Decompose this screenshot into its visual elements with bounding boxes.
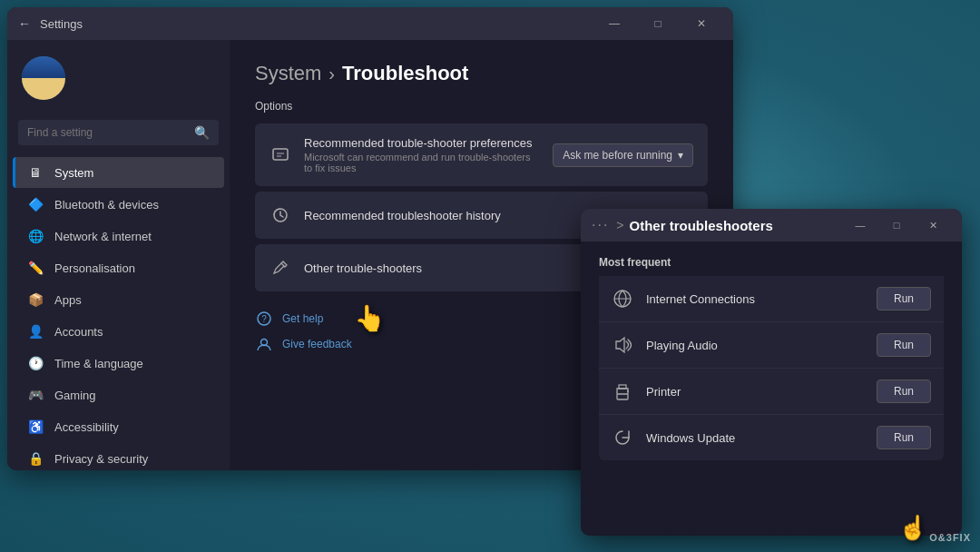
accounts-icon: 👤: [27, 323, 44, 340]
close-button[interactable]: ✕: [681, 7, 722, 40]
printer-icon: [612, 380, 633, 402]
sidebar-item-system[interactable]: 🖥 System: [13, 157, 224, 188]
tw-breadcrumb-sep: >: [616, 218, 623, 232]
sidebar-item-gaming[interactable]: 🎮 Gaming: [13, 380, 224, 410]
audio-icon: [612, 334, 633, 356]
recommended-prefs-icon: [270, 144, 291, 166]
dropdown-label: Ask me before running: [563, 149, 672, 162]
sidebar-item-label: Personalisation: [54, 261, 135, 275]
other-troubleshooters-icon: [270, 257, 291, 279]
system-icon: 🖥: [27, 164, 44, 181]
bluetooth-icon: 🔷: [27, 196, 44, 212]
user-profile: [7, 47, 230, 109]
dropdown-chevron-icon: ▾: [678, 149, 683, 162]
back-button[interactable]: ←: [18, 16, 31, 31]
breadcrumb-current: Troubleshoot: [342, 62, 468, 85]
sidebar-item-network[interactable]: 🌐 Network & internet: [13, 221, 224, 251]
gaming-icon: 🎮: [27, 387, 44, 403]
section-label: Options: [255, 100, 708, 113]
tw-maximize-button[interactable]: □: [878, 209, 915, 242]
sidebar-nav: 🖥 System 🔷 Bluetooth & devices 🌐 Network…: [7, 156, 230, 470]
get-help-icon: ?: [255, 310, 273, 328]
recommended-prefs-desc: Microsoft can recommend and run trouble-…: [304, 152, 540, 173]
tw-breadcrumb: > Other troubleshooters: [616, 218, 842, 233]
title-bar: ← Settings — □ ✕: [7, 7, 733, 40]
breadcrumb: System › Troubleshoot: [255, 62, 708, 85]
sidebar-item-label: Gaming: [54, 389, 96, 402]
tw-title-bar: ··· > Other troubleshooters — □ ✕: [581, 209, 962, 242]
windows-update-label: Windows Update: [646, 431, 864, 445]
tw-title: Other troubleshooters: [630, 218, 773, 233]
svg-rect-0: [273, 149, 288, 160]
search-icon[interactable]: 🔍: [194, 125, 210, 140]
sidebar-item-accounts[interactable]: 👤 Accounts: [13, 316, 224, 347]
avatar: [22, 56, 65, 100]
sidebar-item-label: Accessibility: [54, 420, 119, 434]
window-controls: — □ ✕: [593, 7, 722, 40]
recommended-history-icon: [270, 204, 291, 226]
time-icon: 🕐: [27, 355, 44, 371]
search-box[interactable]: 🔍: [18, 120, 219, 145]
internet-icon: [612, 288, 633, 310]
sidebar-item-bluetooth[interactable]: 🔷 Bluetooth & devices: [13, 189, 224, 220]
minimize-button[interactable]: —: [593, 7, 635, 40]
tw-item-internet: Internet Connections Run: [599, 276, 944, 322]
troubleshooters-window: ··· > Other troubleshooters — □ ✕ Most f…: [581, 209, 962, 536]
recommended-prefs-text: Recommended trouble-shooter preferences …: [304, 136, 540, 173]
search-input[interactable]: [27, 126, 187, 139]
svg-marker-6: [616, 338, 624, 352]
audio-run-button[interactable]: Run: [877, 333, 931, 357]
svg-text:?: ?: [261, 314, 267, 324]
accessibility-icon: ♿: [27, 419, 44, 435]
get-help-label: Get help: [282, 312, 323, 325]
svg-rect-7: [617, 394, 628, 399]
sidebar-item-privacy[interactable]: 🔒 Privacy & security: [13, 443, 224, 470]
ask-before-running-dropdown[interactable]: Ask me before running ▾: [553, 143, 693, 167]
apps-icon: 📦: [27, 291, 44, 308]
network-icon: 🌐: [27, 228, 44, 244]
recommended-prefs-title: Recommended trouble-shooter preferences: [304, 136, 540, 150]
sidebar-item-personalisation[interactable]: ✏️ Personalisation: [13, 252, 224, 283]
sidebar-item-label: Accounts: [54, 325, 103, 339]
tw-content: Most frequent Internet Connections Run: [581, 242, 962, 536]
sidebar-item-time[interactable]: 🕐 Time & language: [13, 348, 224, 379]
sidebar-item-accessibility[interactable]: ♿ Accessibility: [13, 411, 224, 442]
tw-minimize-button[interactable]: —: [842, 209, 878, 242]
sidebar-item-label: Apps: [54, 293, 82, 307]
svg-point-9: [627, 390, 629, 392]
recommended-prefs-card[interactable]: Recommended trouble-shooter preferences …: [255, 123, 708, 186]
sidebar-item-label: Time & language: [54, 357, 143, 370]
breadcrumb-parent: System: [255, 62, 321, 85]
tw-window-controls: — □ ✕: [842, 209, 951, 242]
windows-update-icon: [612, 427, 633, 448]
give-feedback-label: Give feedback: [282, 338, 352, 350]
maximize-button[interactable]: □: [637, 7, 679, 40]
sidebar-item-label: Privacy & security: [54, 452, 148, 466]
sidebar-item-apps[interactable]: 📦 Apps: [13, 284, 224, 315]
watermark: O&3FIX: [929, 532, 971, 543]
playing-audio-label: Playing Audio: [646, 339, 864, 352]
sidebar-item-label: System: [54, 166, 93, 180]
tw-dots: ···: [592, 217, 609, 233]
give-feedback-icon: [255, 335, 273, 353]
privacy-icon: 🔒: [27, 450, 44, 467]
printer-label: Printer: [646, 385, 864, 399]
breadcrumb-separator: ›: [328, 64, 335, 84]
recommended-prefs-control: Ask me before running ▾: [553, 143, 693, 167]
tw-close-button[interactable]: ✕: [915, 209, 951, 242]
internet-connections-label: Internet Connections: [646, 292, 864, 306]
sidebar-item-label: Network & internet: [54, 230, 152, 243]
title-bar-title: Settings: [40, 17, 593, 31]
internet-run-button[interactable]: Run: [877, 287, 931, 310]
tw-item-audio: Playing Audio Run: [599, 322, 944, 369]
sidebar-item-label: Bluetooth & devices: [54, 198, 159, 212]
tw-section-label: Most frequent: [599, 256, 944, 269]
personalisation-icon: ✏️: [27, 260, 44, 276]
windows-update-run-button[interactable]: Run: [877, 426, 931, 449]
sidebar: 🔍 🖥 System 🔷 Bluetooth & devices 🌐 Netwo…: [7, 40, 230, 470]
printer-run-button[interactable]: Run: [877, 380, 931, 403]
tw-item-printer: Printer Run: [599, 369, 944, 415]
tw-item-windows-update: Windows Update Run: [599, 415, 944, 460]
